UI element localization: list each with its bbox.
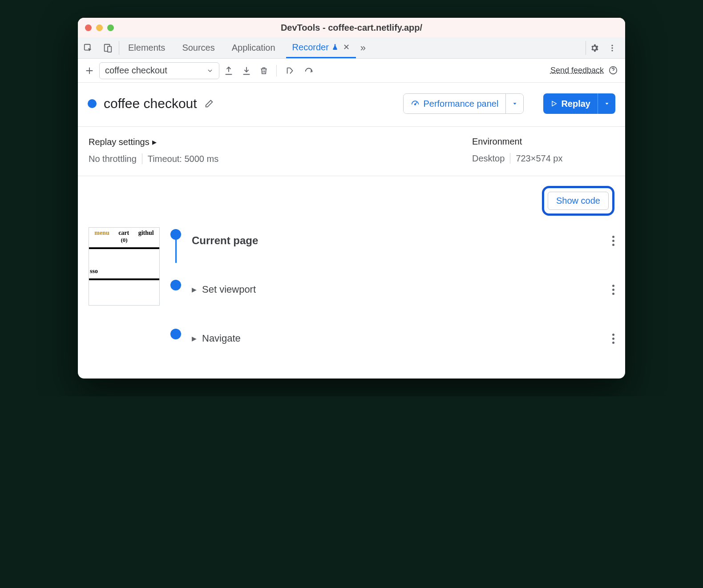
window-title: DevTools - coffee-cart.netlify.app/ [78, 23, 625, 33]
recording-title: coffee checkout [104, 96, 197, 111]
timeout-value: Timeout: 5000 ms [148, 154, 218, 164]
thumb-cart: cart [118, 230, 129, 237]
tab-elements[interactable]: Elements [122, 37, 171, 58]
show-code-area: Show code [78, 176, 625, 219]
flask-icon [331, 44, 339, 51]
tabs: Elements Sources Application Recorder ✕ [122, 37, 356, 58]
tab-application[interactable]: Application [226, 37, 282, 58]
titlebar: DevTools - coffee-cart.netlify.app/ [78, 18, 625, 37]
new-recording-icon[interactable] [84, 65, 95, 76]
step-list: Current page ▶Set viewport ▶Navigate [192, 227, 614, 379]
expand-icon: ▶ [192, 286, 197, 293]
send-feedback-link[interactable]: Send feedback [550, 66, 604, 75]
continue-icon[interactable] [303, 66, 314, 76]
recording-header: coffee checkout Performance panel Replay [78, 83, 625, 127]
inspect-icon[interactable] [82, 42, 94, 54]
separator [276, 65, 277, 77]
svg-point-3 [611, 44, 613, 46]
settings-gear-icon[interactable] [589, 42, 600, 54]
separator [119, 41, 119, 55]
replay-button[interactable]: Replay [543, 93, 615, 114]
export-icon[interactable] [224, 66, 234, 76]
timeline-node [170, 229, 181, 240]
performance-panel-label: Performance panel [423, 99, 498, 109]
show-code-highlight: Show code [542, 186, 614, 216]
gauge-icon [411, 99, 420, 108]
help-icon[interactable] [608, 65, 619, 76]
chevron-right-icon: ▸ [152, 137, 157, 147]
devtools-tabstrip: Elements Sources Application Recorder ✕ … [78, 37, 625, 59]
svg-point-7 [415, 104, 416, 105]
status-dot-icon [88, 99, 97, 108]
timeline-node [170, 329, 181, 339]
timeline-node [170, 280, 181, 290]
environment-heading: Environment [472, 137, 614, 147]
step-over-icon[interactable] [285, 66, 295, 76]
separator [142, 153, 142, 164]
tab-recorder[interactable]: Recorder ✕ [286, 37, 356, 58]
performance-panel-button[interactable]: Performance panel [403, 93, 524, 114]
kebab-menu-icon[interactable] [606, 42, 618, 54]
svg-point-5 [611, 50, 613, 51]
device-toggle-icon[interactable] [102, 42, 113, 54]
thumb-item: sso [89, 268, 159, 275]
throttling-value: No throttling [89, 154, 137, 164]
thumb-cart-count: (0) [89, 237, 159, 244]
recording-select[interactable]: coffee checkout [99, 62, 219, 79]
replay-dropdown[interactable] [598, 93, 615, 114]
step-menu-icon[interactable] [612, 285, 614, 295]
replay-label: Replay [561, 99, 590, 109]
performance-panel-dropdown[interactable] [505, 94, 523, 113]
separator [586, 41, 586, 55]
step-menu-icon[interactable] [612, 236, 614, 246]
recording-select-label: coffee checkout [105, 65, 167, 76]
close-tab-icon[interactable]: ✕ [343, 42, 350, 52]
env-device: Desktop [472, 153, 505, 164]
step-menu-icon[interactable] [612, 334, 614, 344]
settings-row: Replay settings ▸ No throttling Timeout:… [78, 127, 625, 176]
import-icon[interactable] [242, 66, 251, 76]
step-navigate[interactable]: ▶Navigate [192, 325, 614, 352]
play-icon [550, 100, 558, 107]
more-tabs-icon[interactable]: » [356, 37, 370, 58]
svg-point-4 [611, 47, 613, 48]
thumb-github: githul [138, 230, 154, 237]
svg-rect-2 [108, 46, 111, 52]
replay-settings-toggle[interactable]: Replay settings ▸ [89, 137, 472, 147]
recorder-toolbar: coffee checkout Send feedback [78, 59, 625, 83]
steps-area: menu cart githul (0) sso Current page [78, 219, 625, 379]
separator [510, 153, 510, 164]
chevron-down-icon [206, 67, 214, 74]
step-set-viewport[interactable]: ▶Set viewport [192, 276, 614, 303]
expand-icon: ▶ [192, 335, 197, 342]
page-thumbnail: menu cart githul (0) sso [89, 227, 160, 306]
tab-sources[interactable]: Sources [176, 37, 221, 58]
devtools-window: DevTools - coffee-cart.netlify.app/ Elem… [78, 18, 625, 379]
env-dimensions: 723×574 px [516, 153, 562, 164]
edit-title-icon[interactable] [204, 99, 214, 109]
show-code-button[interactable]: Show code [548, 192, 609, 210]
delete-icon[interactable] [259, 66, 268, 76]
thumb-menu: menu [94, 230, 109, 237]
step-current-page[interactable]: Current page [192, 227, 614, 254]
